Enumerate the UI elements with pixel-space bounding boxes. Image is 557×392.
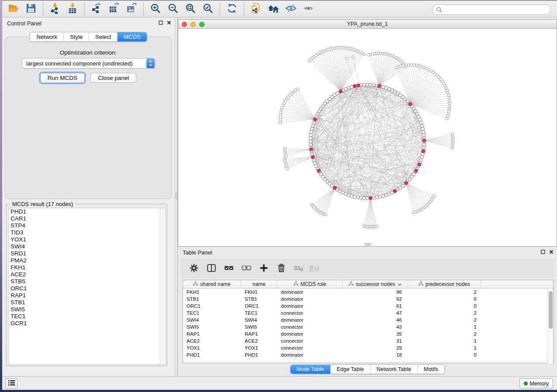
mcds-result-item[interactable]: SRD1 xyxy=(9,250,166,257)
column-header-successor-nodes[interactable]: successor nodes xyxy=(343,280,408,288)
close-panel-button[interactable]: Close panel xyxy=(90,73,136,83)
table-scrollbar-thumb[interactable] xyxy=(549,291,553,329)
tab-network-table[interactable]: Network Table xyxy=(370,365,417,374)
right-column: YPA_prune.txt_1 Table Panel f(x) xyxy=(178,17,557,376)
zoom-in-button[interactable] xyxy=(147,2,164,17)
criterion-select[interactable]: largest connected component (undirected) xyxy=(22,58,156,69)
mcds-result-list[interactable]: PHD1CAR1STP4TID3YOX1SWI4SRD1PMA2FKH1ACE2… xyxy=(8,208,166,365)
deselect-all-columns-button[interactable] xyxy=(239,261,254,276)
duplicate-network-button[interactable] xyxy=(247,2,265,17)
tab-motifs[interactable]: Motifs xyxy=(417,365,444,374)
column-header-name[interactable]: name xyxy=(241,280,277,288)
table-cell: RAP1 xyxy=(241,330,277,337)
memory-button[interactable]: Memory xyxy=(519,378,553,389)
network-graph[interactable] xyxy=(178,29,557,246)
mcds-result-item[interactable]: ORC1 xyxy=(9,285,166,292)
table-cell: 43 xyxy=(343,323,408,330)
table-row[interactable]: SWI5SWI5connector431 xyxy=(183,323,553,330)
mcds-tab-content: Optimization criterion: largest connecte… xyxy=(5,37,172,199)
mcds-result-item[interactable]: SWI5 xyxy=(9,306,166,313)
table-row[interactable]: RAP1RAP1dominator352 xyxy=(183,330,553,337)
mcds-result-item[interactable]: ACE2 xyxy=(9,271,166,278)
mcds-result-item[interactable]: CAR1 xyxy=(9,215,166,222)
refresh-button[interactable] xyxy=(223,2,241,17)
zoom-out-button[interactable] xyxy=(164,2,182,17)
table-cell: 0 xyxy=(408,303,481,309)
close-table-panel-icon[interactable] xyxy=(549,250,554,254)
open-file-button[interactable] xyxy=(5,2,22,17)
fan-edges[interactable] xyxy=(280,48,453,227)
mcds-result-item[interactable]: FKH1 xyxy=(9,264,166,271)
mcds-result-item[interactable]: YOX1 xyxy=(9,236,166,243)
table-row[interactable]: PHD1PHD1dominator180 xyxy=(183,351,553,358)
table-row[interactable]: ACE2ACE2connector311 xyxy=(183,337,553,344)
mcds-result-item[interactable]: RAP1 xyxy=(9,292,166,299)
satellite-nodes[interactable] xyxy=(279,46,454,228)
chevron-down-icon[interactable] xyxy=(398,281,401,287)
network-overview-button[interactable] xyxy=(265,2,282,17)
mcds-result-item[interactable]: PMA2 xyxy=(9,257,166,264)
table-splitter-grabber[interactable] xyxy=(365,243,371,246)
table-settings-button[interactable] xyxy=(187,261,201,276)
network-window-title: YPA_prune.txt_1 xyxy=(178,21,557,27)
network-window-titlebar[interactable]: YPA_prune.txt_1 xyxy=(178,20,557,29)
mcds-result-item[interactable]: STP4 xyxy=(9,222,166,229)
mcds-result-item[interactable]: STB1 xyxy=(9,299,166,306)
tab-node-table[interactable]: Node Table xyxy=(291,365,330,374)
column-header-predecessor-nodes[interactable]: predecessor nodes xyxy=(408,280,481,288)
table-cell: connector xyxy=(277,344,343,351)
import-network-button[interactable] xyxy=(46,2,64,17)
mcds-list-scrollbar[interactable] xyxy=(160,208,166,364)
zoom-selected-button[interactable] xyxy=(199,2,217,17)
import-network-icon xyxy=(49,3,61,15)
float-table-panel-icon[interactable] xyxy=(541,250,545,254)
float-panel-icon[interactable] xyxy=(159,21,163,25)
mcds-result-item[interactable]: STB5 xyxy=(9,278,166,285)
export-network-icon xyxy=(91,3,102,15)
column-header-MCDS-role[interactable]: MCDS role xyxy=(277,280,343,288)
tab-select[interactable]: Select xyxy=(89,32,117,41)
table-scrollbar[interactable] xyxy=(547,289,553,363)
mcds-result-item[interactable]: TEC1 xyxy=(9,313,166,320)
export-image-button[interactable] xyxy=(123,2,140,17)
svg-text:f(x): f(x) xyxy=(309,264,319,272)
column-header-shared-name[interactable]: shared name xyxy=(183,280,241,288)
table-mode-button[interactable] xyxy=(204,261,219,276)
mcds-result-item[interactable]: PHD1 xyxy=(9,208,166,215)
eye-slash-icon xyxy=(285,3,297,15)
task-history-button[interactable] xyxy=(5,378,17,389)
mcds-result-item[interactable]: SWI4 xyxy=(9,243,166,250)
mcds-result-item[interactable]: GCR1 xyxy=(9,320,166,327)
table-row[interactable]: YOX1YOX1connector291 xyxy=(183,344,553,351)
export-table-button[interactable] xyxy=(105,2,123,17)
network-canvas[interactable] xyxy=(178,29,557,246)
select-all-columns-button[interactable] xyxy=(221,261,236,276)
table-row[interactable]: FKH1FKH1dominator962 xyxy=(183,289,553,296)
hide-graphics-details-button[interactable] xyxy=(282,2,300,17)
import-table-button[interactable] xyxy=(64,2,81,17)
table-row[interactable]: STB1STB1dominator620 xyxy=(183,296,553,303)
table-cell: SWI4 xyxy=(183,316,241,323)
tab-edge-table[interactable]: Edge Table xyxy=(330,365,370,374)
main-area: Control Panel NetworkStyleSelectMCDS Opt… xyxy=(2,17,557,376)
eye-icon xyxy=(303,3,314,15)
table-row[interactable]: ORC1ORC1dominator610 xyxy=(183,303,553,309)
close-panel-icon[interactable] xyxy=(167,21,171,25)
delete-columns-button[interactable] xyxy=(274,261,289,276)
create-column-button[interactable] xyxy=(256,261,271,276)
run-mcds-button[interactable]: Run MCDS xyxy=(40,73,85,83)
table-cell: dominator xyxy=(277,330,343,337)
table-cell: ACE2 xyxy=(183,337,241,344)
tab-mcds[interactable]: MCDS xyxy=(117,32,146,41)
panel-splitter[interactable] xyxy=(175,17,178,376)
tab-network[interactable]: Network xyxy=(30,32,63,41)
export-network-button[interactable] xyxy=(88,2,105,17)
table-row[interactable]: SWI4SWI4dominator462 xyxy=(183,316,553,323)
mcds-result-item[interactable]: TID3 xyxy=(9,229,166,236)
search-input[interactable] xyxy=(432,4,551,15)
tab-style[interactable]: Style xyxy=(63,32,89,41)
save-session-button[interactable] xyxy=(22,2,40,17)
zoom-fit-button[interactable] xyxy=(182,2,199,17)
table-cell: ORC1 xyxy=(241,303,277,309)
table-row[interactable]: TEC1TEC1connector472 xyxy=(183,309,553,316)
